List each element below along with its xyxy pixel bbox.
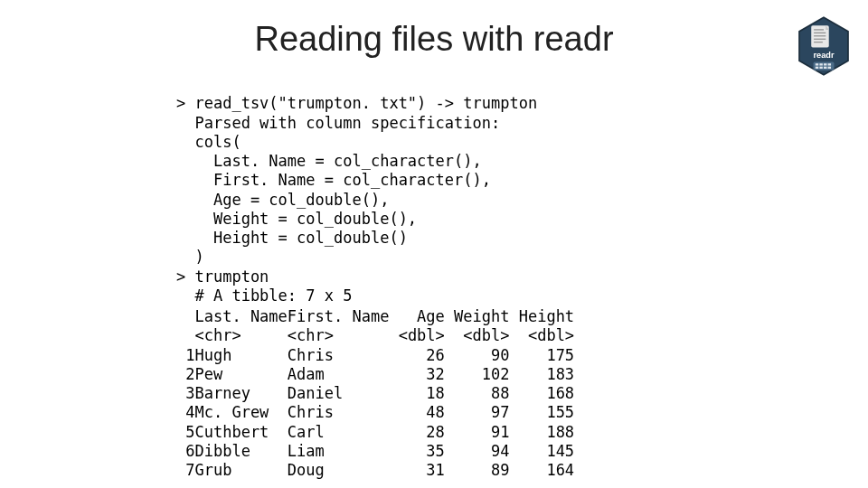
header-age: Age (389, 307, 444, 326)
console-line: Height = col_double() (194, 229, 407, 247)
svg-rect-8 (816, 63, 818, 65)
cell-last: Cuthbert (194, 423, 287, 442)
cell-height: 145 (509, 442, 574, 461)
cell-first: Chris (288, 403, 390, 422)
svg-rect-7 (814, 62, 835, 70)
tibble-table: Last. Name First. Name Age Weight Height… (176, 307, 868, 480)
table-row: 6 Dibble Liam 35 94 145 (176, 442, 574, 461)
cell-idx: 1 (176, 346, 194, 365)
cell-weight: 102 (445, 365, 510, 384)
cell-weight: 89 (445, 461, 510, 480)
cell-first: Liam (288, 442, 390, 461)
console-line: Age = col_double(), (194, 191, 389, 209)
cell-first: Adam (288, 365, 390, 384)
r-console-output: > read_tsv("trumpton. txt") -> trumpton … (176, 75, 868, 305)
cell-height: 183 (509, 365, 574, 384)
console-line: Parsed with column specification: (194, 114, 500, 132)
svg-rect-10 (824, 63, 826, 65)
console-line: > read_tsv("trumpton. txt") -> trumpton (176, 94, 537, 112)
console-line: > trumpton (176, 267, 269, 286)
cell-first: Doug (288, 461, 390, 480)
cell-idx: 6 (176, 442, 194, 461)
console-line: Weight = col_double(), (194, 210, 417, 228)
cell-idx: 4 (176, 403, 194, 422)
cell-age: 18 (389, 384, 444, 403)
console-line: Last. Name = col_character(), (194, 152, 481, 170)
cell-height: 175 (509, 346, 574, 365)
cell-height: 168 (509, 384, 574, 403)
svg-rect-9 (819, 63, 822, 65)
table-row: 1 Hugh Chris 26 90 175 (176, 346, 574, 365)
badge-label: readr (814, 51, 835, 60)
svg-rect-15 (828, 67, 831, 69)
svg-rect-11 (828, 63, 831, 65)
table-row: 2 Pew Adam 32 102 183 (176, 365, 574, 384)
cell-last: Hugh (194, 346, 287, 365)
cell-first: Chris (288, 346, 390, 365)
cell-last: Pew (194, 365, 287, 384)
header-idx (176, 307, 194, 326)
console-line: ) (194, 248, 203, 266)
header-first: First. Name (288, 307, 390, 326)
cell-age: 31 (389, 461, 444, 480)
table-row: 3 Barney Daniel 18 88 168 (176, 384, 574, 403)
table-header-row: Last. Name First. Name Age Weight Height (176, 307, 574, 326)
svg-rect-14 (824, 67, 826, 69)
page-title: Reading files with readr (0, 0, 868, 59)
cell-idx: 7 (176, 461, 194, 480)
cell-last: Mc. Grew (194, 403, 287, 422)
console-line: # A tibble: 7 x 5 (194, 286, 352, 305)
type-last: <chr> (194, 326, 287, 345)
cell-first: Daniel (288, 384, 390, 403)
table-row: 7 Grub Doug 31 89 164 (176, 461, 574, 480)
cell-weight: 94 (445, 442, 510, 461)
cell-idx: 3 (176, 384, 194, 403)
cell-weight: 90 (445, 346, 510, 365)
header-last: Last. Name (194, 307, 287, 326)
svg-rect-12 (816, 67, 818, 69)
readr-hex-badge: readr (797, 16, 850, 76)
table-row: 4 Mc. Grew Chris 48 97 155 (176, 403, 574, 422)
cell-age: 48 (389, 403, 444, 422)
header-weight: Weight (445, 307, 510, 326)
svg-rect-13 (819, 67, 822, 69)
cell-idx: 5 (176, 423, 194, 442)
cell-first: Carl (288, 423, 390, 442)
console-line: cols( (194, 133, 241, 151)
type-first: <chr> (288, 326, 390, 345)
cell-last: Barney (194, 384, 287, 403)
cell-last: Dibble (194, 442, 287, 461)
cell-height: 155 (509, 403, 574, 422)
cell-height: 188 (509, 423, 574, 442)
type-age: <dbl> (389, 326, 444, 345)
type-idx (176, 326, 194, 345)
cell-weight: 97 (445, 403, 510, 422)
console-line: First. Name = col_character(), (194, 171, 491, 189)
cell-age: 28 (389, 423, 444, 442)
cell-age: 35 (389, 442, 444, 461)
cell-height: 164 (509, 461, 574, 480)
cell-weight: 91 (445, 423, 510, 442)
type-height: <dbl> (509, 326, 574, 345)
cell-last: Grub (194, 461, 287, 480)
table-types-row: <chr> <chr> <dbl> <dbl> <dbl> (176, 326, 574, 345)
cell-age: 32 (389, 365, 444, 384)
table-row: 5 Cuthbert Carl 28 91 188 (176, 423, 574, 442)
cell-weight: 88 (445, 384, 510, 403)
header-height: Height (509, 307, 574, 326)
type-weight: <dbl> (445, 326, 510, 345)
cell-age: 26 (389, 346, 444, 365)
cell-idx: 2 (176, 365, 194, 384)
